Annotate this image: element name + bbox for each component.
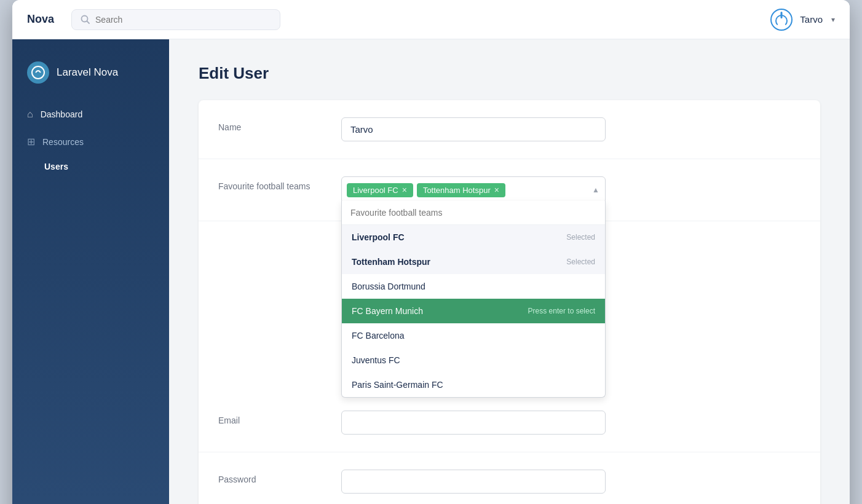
option-borussia-label: Borussia Dortmund xyxy=(352,282,425,291)
form-row-name: Name xyxy=(199,100,820,159)
sidebar-item-dashboard[interactable]: ⌂ Dashboard xyxy=(12,101,169,128)
multiselect-chevron-icon: ▲ xyxy=(592,186,599,194)
chevron-down-icon[interactable]: ▾ xyxy=(831,15,835,24)
svg-point-2 xyxy=(32,66,44,79)
dropdown-option-barcelona[interactable]: FC Barcelona xyxy=(342,323,605,348)
option-psg-label: Paris Saint-Germain FC xyxy=(352,380,443,390)
home-icon: ⌂ xyxy=(27,109,33,120)
password-input[interactable] xyxy=(341,470,606,494)
dropdown-option-psg[interactable]: Paris Saint-Germain FC xyxy=(342,372,605,397)
email-input[interactable] xyxy=(341,411,606,435)
dropdown-option-bayern[interactable]: FC Bayern Munich Press enter to select xyxy=(342,299,605,323)
dropdown-option-tottenham[interactable]: Tottenham Hotspur Selected xyxy=(342,250,605,274)
option-tottenham-label: Tottenham Hotspur xyxy=(352,257,430,267)
option-liverpool-label: Liverpool FC xyxy=(352,232,405,242)
name-label: Name xyxy=(218,117,341,132)
password-label: Password xyxy=(218,470,341,484)
dropdown-option-juventus[interactable]: Juventus FC xyxy=(342,348,605,372)
tag-liverpool-label: Liverpool FC xyxy=(353,186,398,195)
main-content: Edit User Name Favourite football teams xyxy=(169,39,850,504)
resources-icon: ⊞ xyxy=(27,136,35,148)
name-input[interactable] xyxy=(341,117,606,141)
form-row-favourite: Favourite football teams Liverpool FC × … xyxy=(199,159,820,221)
dropdown-search-area[interactable] xyxy=(342,201,605,225)
dropdown-option-borussia[interactable]: Borussia Dortmund xyxy=(342,274,605,299)
header-right: Tarvo ▾ xyxy=(770,9,835,31)
multiselect-wrapper: Liverpool FC × Tottenham Hotspur × ▲ xyxy=(341,176,606,203)
option-bayern-status: Press enter to select xyxy=(528,307,595,315)
favourite-field-control: Liverpool FC × Tottenham Hotspur × ▲ xyxy=(341,176,801,203)
option-juventus-label: Juventus FC xyxy=(352,355,400,365)
form-row-password: Password xyxy=(199,452,820,504)
option-barcelona-label: FC Barcelona xyxy=(352,331,405,341)
tag-tottenham-remove[interactable]: × xyxy=(494,186,499,194)
search-input[interactable] xyxy=(95,15,271,25)
form-card: Name Favourite football teams Liverpool … xyxy=(199,100,820,504)
sidebar-item-dashboard-label: Dashboard xyxy=(41,109,83,119)
sidebar: Laravel Nova ⌂ Dashboard ⊞ Resources Use… xyxy=(12,39,169,504)
name-field-control xyxy=(341,117,801,141)
option-bayern-label: FC Bayern Munich xyxy=(352,306,423,316)
sidebar-item-users[interactable]: Users xyxy=(12,156,169,178)
brand-name: Laravel Nova xyxy=(57,66,118,79)
page-title: Edit User xyxy=(199,64,820,83)
option-liverpool-status: Selected xyxy=(566,233,595,242)
sidebar-item-resources-label: Resources xyxy=(42,137,84,147)
email-field-control xyxy=(341,411,801,435)
search-icon xyxy=(81,15,90,25)
power-arc xyxy=(775,15,788,27)
dropdown: Liverpool FC Selected Tottenham Hotspur … xyxy=(341,201,606,398)
option-tottenham-status: Selected xyxy=(566,258,595,266)
tag-tottenham: Tottenham Hotspur × xyxy=(417,183,505,197)
sidebar-item-resources[interactable]: ⊞ Resources xyxy=(12,128,169,156)
search-bar[interactable] xyxy=(71,9,280,30)
tag-tottenham-label: Tottenham Hotspur xyxy=(423,186,491,195)
favourite-label: Favourite football teams xyxy=(218,176,341,191)
user-avatar-icon[interactable] xyxy=(770,9,793,31)
form-row-email: Email xyxy=(199,393,820,452)
dropdown-option-liverpool[interactable]: Liverpool FC Selected xyxy=(342,225,605,250)
nova-label: Nova xyxy=(27,13,54,26)
password-field-control xyxy=(341,470,801,494)
brand-logo xyxy=(27,61,49,84)
user-name: Tarvo xyxy=(800,14,823,25)
brand: Laravel Nova xyxy=(12,52,169,101)
body: Laravel Nova ⌂ Dashboard ⊞ Resources Use… xyxy=(12,39,850,504)
tag-liverpool-remove[interactable]: × xyxy=(402,186,407,194)
dropdown-search-input[interactable] xyxy=(350,208,596,218)
svg-line-1 xyxy=(87,21,90,23)
sidebar-item-users-label: Users xyxy=(44,162,68,171)
multiselect-tags[interactable]: Liverpool FC × Tottenham Hotspur × ▲ xyxy=(341,176,606,203)
tag-liverpool: Liverpool FC × xyxy=(347,183,413,197)
email-label: Email xyxy=(218,411,341,425)
app-header: Nova Tarvo ▾ xyxy=(12,0,850,39)
